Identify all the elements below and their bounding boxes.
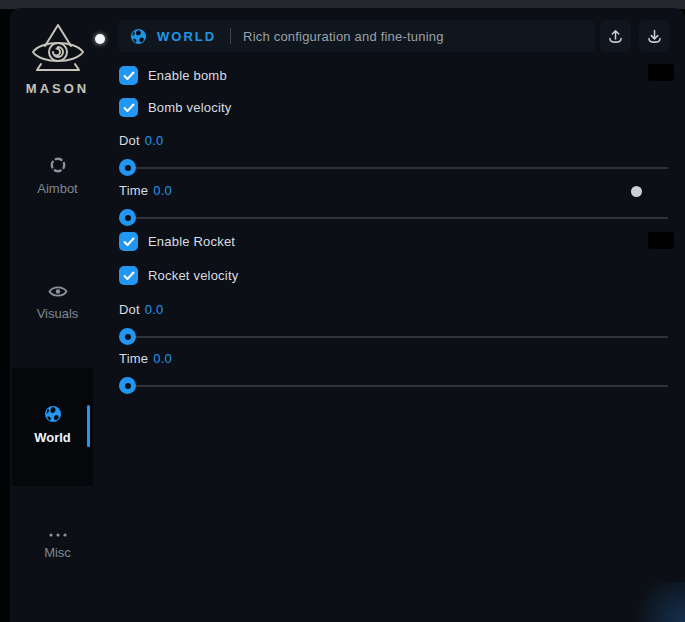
checkbox-label: Bomb velocity (148, 100, 232, 115)
eye-icon (48, 284, 68, 299)
checkbox-label: Enable Rocket (148, 234, 235, 249)
logo-text: MASON (10, 81, 105, 96)
page-header: WORLD Rich configuration and fine-tuning (118, 20, 595, 52)
slider-label: Dot0.0 (119, 133, 668, 148)
slider-value: 0.0 (153, 183, 172, 198)
globe-icon (130, 28, 147, 45)
checkbox-label: Rocket velocity (148, 268, 238, 283)
cursor-dot (95, 34, 105, 44)
sidebar-item-misc[interactable]: Misc (10, 532, 105, 560)
upload-icon (607, 28, 624, 45)
slider-label: Time0.0 (119, 183, 668, 198)
mason-logo-icon (28, 23, 88, 77)
slider-value: 0.0 (153, 351, 172, 366)
globe-icon (44, 405, 62, 423)
slider-value: 0.0 (145, 133, 164, 148)
download-config-button[interactable] (639, 20, 670, 52)
sidebar-item-label: Misc (44, 545, 71, 560)
slider-label: Dot0.0 (119, 302, 668, 317)
cheat-window: MASON Aimbot Visuals (10, 8, 685, 622)
slider-bomb-time: Time0.0 (119, 183, 668, 226)
ellipsis-icon (48, 532, 68, 538)
download-icon (646, 28, 663, 45)
check-icon (123, 71, 135, 81)
slider-bomb-dot: Dot0.0 (119, 133, 668, 176)
checkbox-row-rocket-velocity: Rocket velocity (119, 266, 238, 285)
sidebar-item-world[interactable]: World (12, 368, 93, 486)
slider-handle[interactable] (119, 328, 136, 345)
slider-rocket-time: Time0.0 (119, 351, 668, 394)
slider-label: Time0.0 (119, 351, 668, 366)
sidebar-item-label: Aimbot (37, 181, 77, 196)
check-icon (123, 103, 135, 113)
enable-bomb-checkbox[interactable] (119, 66, 138, 85)
slider-track[interactable] (119, 159, 668, 176)
check-icon (123, 237, 135, 247)
slider-rocket-dot: Dot0.0 (119, 302, 668, 345)
slider-handle[interactable] (119, 159, 136, 176)
page-subtitle: Rich configuration and fine-tuning (243, 29, 443, 44)
slider-track[interactable] (119, 377, 668, 394)
sidebar-item-visuals[interactable]: Visuals (10, 284, 105, 321)
checkbox-row-enable-bomb: Enable bomb (119, 66, 227, 85)
checkbox-row-enable-rocket: Enable Rocket (119, 232, 235, 251)
rocket-velocity-checkbox[interactable] (119, 266, 138, 285)
logo: MASON (10, 23, 105, 96)
slider-value: 0.0 (145, 302, 164, 317)
enable-rocket-checkbox[interactable] (119, 232, 138, 251)
slider-handle[interactable] (119, 209, 136, 226)
sidebar: MASON Aimbot Visuals (10, 8, 105, 622)
screen: MASON Aimbot Visuals (0, 0, 685, 622)
page-title: WORLD (157, 29, 216, 44)
upload-config-button[interactable] (600, 20, 631, 52)
bomb-color-swatch[interactable] (648, 64, 674, 81)
sidebar-item-label: Visuals (37, 306, 79, 321)
rocket-color-swatch[interactable] (648, 232, 674, 249)
bomb-velocity-checkbox[interactable] (119, 98, 138, 117)
checkbox-row-bomb-velocity: Bomb velocity (119, 98, 232, 117)
check-icon (123, 271, 135, 281)
crosshair-icon (49, 156, 67, 174)
slider-handle[interactable] (119, 377, 136, 394)
sidebar-item-aimbot[interactable]: Aimbot (10, 156, 105, 196)
checkbox-label: Enable bomb (148, 68, 227, 83)
slider-track[interactable] (119, 328, 668, 345)
cursor-dot (631, 186, 642, 197)
header-divider (230, 28, 231, 44)
slider-track[interactable] (119, 209, 668, 226)
sidebar-item-label: World (34, 430, 71, 445)
